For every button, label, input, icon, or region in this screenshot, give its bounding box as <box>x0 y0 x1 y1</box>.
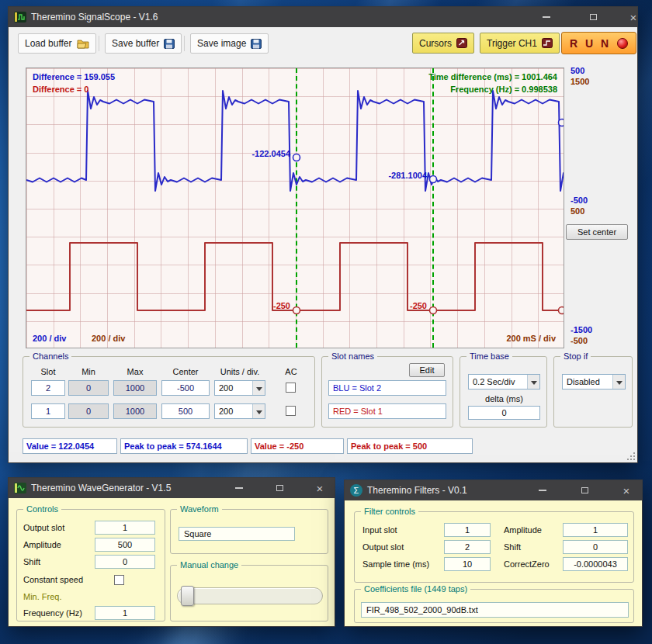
resize-grip[interactable] <box>626 451 635 460</box>
maximize-icon <box>276 485 283 491</box>
load-buffer-button[interactable]: Load buffer <box>18 33 96 54</box>
filter-amplitude-input[interactable] <box>563 523 628 537</box>
cursor-marker-icon <box>430 307 437 314</box>
value-red-readout: Value = -250 <box>251 438 344 454</box>
channel1-max-input[interactable] <box>113 380 157 396</box>
slider-thumb[interactable] <box>181 586 194 606</box>
time-base-dropdown[interactable]: 0.2 Sec/div <box>468 374 540 390</box>
output-slot-input[interactable] <box>444 540 491 554</box>
minimize-button[interactable] <box>533 9 560 26</box>
slot-name-red-input[interactable] <box>328 403 446 419</box>
signalscope-window: Theremino SignalScope - V1.6 × Load buff… <box>8 6 638 463</box>
frequency-input[interactable] <box>95 606 155 620</box>
cursor-marker-icon <box>559 307 565 314</box>
channel1-units-dropdown[interactable]: 200 <box>214 380 265 396</box>
minimize-icon <box>539 490 546 491</box>
minimize-button[interactable] <box>227 480 251 497</box>
constant-speed-label: Constant speed <box>23 575 83 584</box>
delta-ms-input[interactable] <box>468 406 540 420</box>
stop-if-dropdown[interactable]: Disabled <box>562 374 626 390</box>
dropdown-arrow-icon <box>252 404 265 418</box>
slot-names-group: Slot names Edit <box>321 356 453 428</box>
close-button[interactable]: × <box>308 480 331 497</box>
cursor-marker-icon <box>559 119 565 126</box>
maximize-button[interactable] <box>573 482 596 499</box>
manual-change-slider[interactable] <box>177 587 323 604</box>
slot-name-blue-input[interactable] <box>328 380 446 396</box>
trigger-ch1-button[interactable]: Trigger CH1 <box>480 33 560 54</box>
channel1-ac-checkbox[interactable] <box>286 383 296 393</box>
save-buffer-button[interactable]: Save buffer <box>105 33 182 54</box>
maximize-button[interactable] <box>268 480 291 497</box>
close-button[interactable]: × <box>615 482 638 499</box>
wavegen-controls-group: Controls Output slot Amplitude Shift Con… <box>16 509 165 621</box>
scope-display[interactable]: Difference = 159.055 Difference = 0 Time… <box>26 68 564 348</box>
save-disk-icon <box>251 39 262 49</box>
dropdown-arrow-icon <box>612 375 625 389</box>
dropdown-arrow-icon <box>527 375 539 389</box>
column-header-min: Min <box>68 367 109 376</box>
channel2-ac-checkbox[interactable] <box>286 406 296 416</box>
column-header-slot: Slot <box>31 367 65 376</box>
signalscope-title: Theremino SignalScope - V1.6 <box>31 12 158 23</box>
shift-input[interactable] <box>95 555 155 569</box>
amplitude-input[interactable] <box>95 538 155 552</box>
difference-red-readout: Difference = 0 <box>33 85 88 94</box>
sample-time-input[interactable] <box>444 557 491 571</box>
channel1-center-input[interactable] <box>161 380 210 396</box>
coefficients-file-input[interactable] <box>361 602 629 618</box>
correct-zero-input[interactable] <box>563 557 628 571</box>
channel2-min-input[interactable] <box>68 403 109 419</box>
input-slot-input[interactable] <box>444 523 491 537</box>
peak-to-peak-blue-readout: Peak to peak = 574.1644 <box>120 438 248 454</box>
frequency-label: Frequency (Hz) <box>23 608 82 618</box>
waveform-group: Waveform <box>170 509 328 554</box>
stop-if-group-title: Stop if <box>560 351 591 361</box>
signalscope-titlebar: Theremino SignalScope - V1.6 × <box>9 7 637 27</box>
waveform-input[interactable] <box>179 527 295 541</box>
set-center-button[interactable]: Set center <box>566 224 628 240</box>
cursor1-red-value: -250 <box>273 301 290 310</box>
filter-shift-input[interactable] <box>563 540 628 554</box>
channel2-center-input[interactable] <box>161 403 210 419</box>
axis-bottom-blue: -1500 <box>570 325 592 334</box>
filters-window: Σ Theremino Filters - V0.1 × Filter cont… <box>344 480 643 627</box>
coefficients-group-title: Coefficients file (1449 taps) <box>361 584 470 594</box>
time-difference-readout: Time difference (ms) = 1001.464 <box>428 72 557 81</box>
cursor1-blue-value: -122.0454 <box>251 149 290 158</box>
minimize-icon <box>235 487 243 489</box>
output-slot-input[interactable] <box>95 521 155 535</box>
column-header-max: Max <box>113 367 157 376</box>
cursors-label: Cursors <box>419 38 452 49</box>
sample-time-label: Sample time (ms) <box>362 559 429 569</box>
waveform-group-title: Waveform <box>177 504 222 514</box>
edit-button[interactable]: Edit <box>409 363 445 377</box>
save-image-button[interactable]: Save image <box>190 33 269 54</box>
minimize-button[interactable] <box>531 482 554 499</box>
channel1-slot-input[interactable] <box>31 380 65 396</box>
channel2-units-value: 200 <box>219 407 233 416</box>
filter-controls-group: Filter controls Input slot Output slot S… <box>354 511 634 583</box>
channel2-slot-input[interactable] <box>31 403 65 419</box>
channels-group-title: Channels <box>29 351 71 361</box>
filters-titlebar: Σ Theremino Filters - V0.1 × <box>345 480 642 500</box>
dropdown-arrow-icon <box>252 381 265 395</box>
channel2-units-dropdown[interactable]: 200 <box>214 403 265 419</box>
shift-label: Shift <box>23 557 40 566</box>
value-blue-readout: Value = 122.0454 <box>23 438 117 454</box>
min-freq-label: Min. Freq. <box>23 592 62 601</box>
wavegenerator-app-icon <box>14 482 26 494</box>
constant-speed-checkbox[interactable] <box>114 575 124 585</box>
run-button[interactable]: R U N <box>561 32 636 54</box>
filter-shift-label: Shift <box>504 542 521 552</box>
close-icon: × <box>317 483 324 494</box>
stop-if-group: Stop if Disabled <box>553 356 633 428</box>
waveform-plot <box>26 68 564 348</box>
cursors-button[interactable]: Cursors <box>412 33 474 54</box>
slot-names-group-title: Slot names <box>328 351 377 361</box>
close-button[interactable]: × <box>620 9 647 26</box>
channel1-min-input[interactable] <box>68 380 109 396</box>
maximize-button[interactable] <box>580 9 606 26</box>
close-icon: × <box>623 485 630 497</box>
channel2-max-input[interactable] <box>113 403 157 419</box>
